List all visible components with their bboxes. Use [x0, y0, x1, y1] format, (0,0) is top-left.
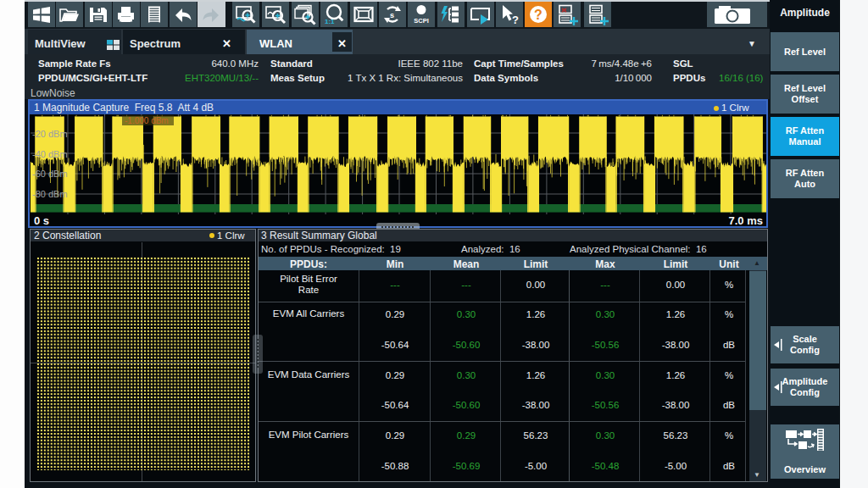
svg-text:s: s — [390, 11, 394, 19]
svg-text:?: ? — [534, 8, 542, 22]
svg-text:SCPI: SCPI — [414, 17, 429, 25]
svg-text:?: ? — [512, 14, 519, 26]
svg-text:1:1: 1:1 — [325, 18, 335, 25]
